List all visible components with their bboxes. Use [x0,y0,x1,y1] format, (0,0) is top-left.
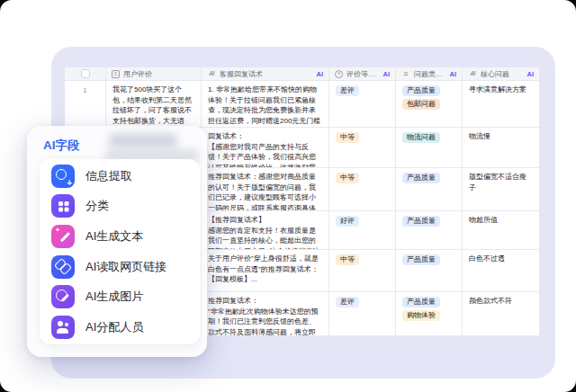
reply-script-cell[interactable]: 回复话术： 【感谢您对我司产品的支持与反馈！关于产品体验，我们很高兴您认可其性能… [202,128,329,167]
extract-icon [51,165,75,188]
rating-cell[interactable]: 中等 [329,250,396,291]
ai-field-option-extract[interactable]: 信息提取 [40,162,200,191]
user-review-cell[interactable]: 我花了500块买了这个包，结果收到第二天居然拉链坏了，问了客服说不支持包邮换货，… [106,81,202,127]
rating-cell[interactable]: 好评 [329,211,396,249]
ai-fields-panel: AI字段 信息提取分类AI生成文本AI读取网页链接AI生成图片AI分配人员 [27,126,207,357]
table-row: 1我花了500块买了这个包，结果收到第二天居然拉链坏了，问了客服说不支持包邮换货… [65,81,539,128]
select-all-checkbox[interactable] [81,69,90,78]
ai-field-option-label: AI分配人员 [86,319,143,335]
core-issue-cell[interactable]: 版型偏宽不适合瘦子 [463,168,539,210]
table-header-row: ≡用户评价AI客服回复话术AI∨评价等级...AI≡问题类型（...AIAI核心… [65,67,539,81]
issue-type-badge: 物流问题 [402,132,440,143]
column-name: 用户评价 [123,69,152,79]
column-header-issue-type[interactable]: ≡问题类型（...AI [396,67,463,80]
ai-field-icon: AI [468,69,477,78]
issue-type-cell[interactable]: 物流问题 [396,128,463,167]
reply-script-cell[interactable]: 推荐回复话术： "非常抱歉此次购物体验未达您的预期！我们已注意到您反馈的色差、款… [202,292,329,335]
issue-type-cell[interactable]: 产品质量购物体验 [396,292,463,335]
reply-script-cell[interactable]: 1. 非常抱歉给您带来不愉快的购物体验！关于拉链问题我们已紧急核查，现决定特批为… [202,81,329,127]
issue-type-badge: 产品质量 [402,85,440,96]
rating-badge: 好评 [336,216,359,227]
core-issue-cell[interactable]: 颜色款式不符 [463,292,539,335]
issue-type-cell[interactable]: 产品质量 [396,211,463,249]
core-issue-cell[interactable]: 寻求满意解决方案 [463,81,539,127]
issue-type-cell[interactable]: 产品质量包邮问题 [396,81,463,127]
reply-script-cell[interactable]: 关于用户评价"穿上身很舒适，就是白色有一点点透"的推荐回复话术： 【回复模板】.… [202,250,329,291]
column-name: 客服回复话术 [220,69,263,79]
column-header-user-review[interactable]: ≡用户评价 [106,67,202,80]
ai-field-option-label: AI生成图片 [86,289,143,305]
ai-field-option-link[interactable]: AI读取网页链接 [40,253,200,281]
reply-script-cell[interactable]: 推荐回复话术：感谢您对商品质量的认可！关于版型偏宽的问题，我们已记录，建议瘦型顾… [202,168,329,210]
column-name: 问题类型（... [414,69,446,79]
rating-cell[interactable]: 差评 [329,81,396,127]
column-header-reply-script[interactable]: AI客服回复话术AI [202,67,329,80]
column-header-core-issue[interactable]: AI核心问题AI [463,67,539,80]
issue-type-badge: 购物体验 [402,310,440,321]
rating-badge: 中等 [336,173,359,183]
rating-badge: 中等 [336,254,359,265]
ai-field-option-brush[interactable]: AI生成图片 [40,282,200,311]
brush-icon [51,285,75,308]
rating-badge: 差评 [336,297,359,307]
rating-badge: 中等 [336,132,359,143]
app-screenshot: ≡用户评价AI客服回复话术AI∨评价等级...AI≡问题类型（...AIAI核心… [0,0,576,392]
issue-type-cell[interactable]: 产品质量 [396,250,463,291]
ai-fields-list: 信息提取分类AI生成文本AI读取网页链接AI生成图片AI分配人员 [40,159,200,344]
issue-type-badge: 产品质量 [402,254,440,265]
ai-field-icon: AI [207,69,216,78]
ai-field-option-label: AI读取网页链接 [86,259,166,275]
reply-script-cell[interactable]: 【推荐回复话术】 感谢您的肯定和支持！衣服质量是我们一直坚持的核心，能超出您的预… [202,211,329,249]
column-name: 核心问题 [481,69,509,79]
row-index: 1 [65,81,106,127]
rating-badge: 差评 [336,85,359,96]
ai-column-badge: AI [382,70,391,78]
multi-select-icon: ≡ [401,69,410,78]
ai-column-badge: AI [315,70,324,78]
wand-icon [51,225,75,248]
issue-type-badge: 产品质量 [402,216,440,227]
ai-column-badge: AI [448,70,457,78]
issue-type-cell[interactable]: 产品质量 [396,168,463,210]
issue-type-badge: 包邮问题 [402,99,440,110]
core-issue-cell[interactable]: 物超所值 [463,211,539,249]
ai-field-option-label: AI生成文本 [86,228,143,245]
panel-title: AI字段 [43,138,80,154]
text-field-icon: ≡ [112,70,120,78]
rating-cell[interactable]: 差评 [329,292,396,335]
ai-field-option-label: 分类 [86,198,109,214]
issue-type-badge: 产品质量 [402,173,440,183]
select-all-cell [65,67,106,80]
classify-icon [51,194,75,218]
rating-cell[interactable]: 中等 [329,168,396,210]
link-icon [51,255,75,279]
ai-field-option-classify[interactable]: 分类 [40,192,200,220]
core-issue-cell[interactable]: 物流慢 [463,128,539,167]
issue-type-badge: 产品质量 [402,297,440,307]
ai-field-option-people[interactable]: AI分配人员 [40,313,200,342]
people-icon [51,316,75,339]
column-header-rating-level[interactable]: ∨评价等级...AI [329,67,396,80]
rating-cell[interactable]: 中等 [329,128,396,167]
ai-field-option-wand[interactable]: AI生成文本 [40,222,200,251]
ai-column-badge: AI [526,70,535,78]
ai-field-option-label: 信息提取 [86,168,132,184]
single-select-icon: ∨ [335,70,343,78]
blurred-redaction [108,133,178,148]
core-issue-cell[interactable]: 白色不过透 [463,250,539,291]
column-name: 评价等级... [346,69,379,79]
